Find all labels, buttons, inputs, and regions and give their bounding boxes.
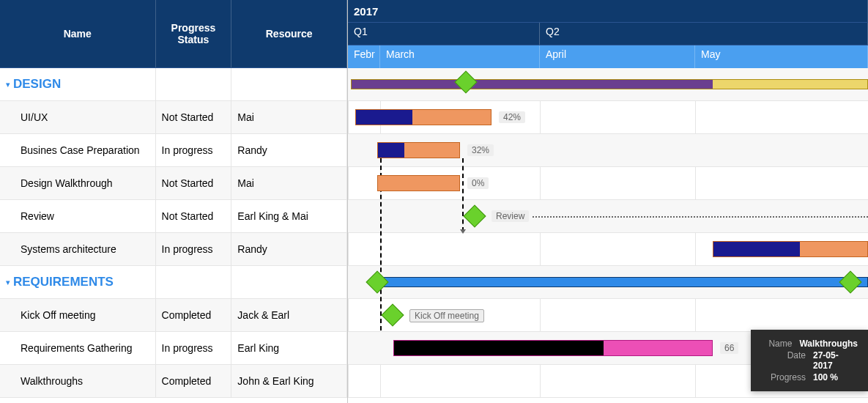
chart-row[interactable]: Review [348, 200, 868, 233]
expand-icon[interactable]: ▾ [6, 80, 10, 89]
name-cell: Review [0, 200, 156, 232]
milestone-diamond[interactable] [839, 270, 861, 293]
name-cell: ▾REQUIREMENTS [0, 266, 156, 298]
resource-cell [231, 266, 347, 298]
column-header-progress[interactable]: Progress Status [156, 0, 232, 67]
task-row[interactable]: Kick Off meetingCompletedJack & Earl [0, 299, 347, 332]
year-cell[interactable]: 2017 [348, 0, 868, 22]
summary-bar[interactable] [351, 79, 868, 89]
grid-header: Name Progress Status Resource [0, 0, 347, 68]
task-name: Walkthroughs [21, 375, 83, 387]
timeline-header-quarters: Q1Q2 [348, 23, 868, 45]
task-bar[interactable] [393, 340, 713, 356]
task-row[interactable]: Busines Case PreparationIn progressRandy [0, 134, 347, 167]
task-row[interactable]: Systems architectureIn progressRandy [0, 233, 347, 266]
name-cell: Busines Case Preparation [0, 134, 156, 166]
resource-cell: John & Earl King [231, 365, 347, 397]
month-cell[interactable]: May [695, 45, 868, 68]
resource-cell: Randy [231, 134, 347, 166]
name-cell: Design Walkthrough [0, 167, 156, 199]
month-cell[interactable]: Febr [348, 45, 380, 68]
milestone-diamond[interactable] [366, 270, 388, 293]
task-name: REQUIREMENTS [13, 275, 114, 289]
resource-cell: Mai [231, 167, 347, 199]
task-name: UI/UX [21, 111, 48, 123]
timeline-header-months: FebrMarchAprilMay [348, 45, 868, 68]
tooltip-value: 100 % [813, 372, 858, 382]
task-name: Requirements Gathering [21, 342, 133, 354]
progress-cell: In progress [156, 332, 232, 364]
task-name: Kick Off meeting [21, 309, 95, 321]
tooltip-label: Progress [761, 372, 806, 382]
task-row[interactable]: ReviewNot StartedEarl King & Mai [0, 200, 347, 233]
resource-cell: Randy [231, 233, 347, 265]
name-cell: Kick Off meeting [0, 299, 156, 331]
progress-cell: Not Started [156, 167, 232, 199]
task-name: DESIGN [13, 77, 61, 92]
task-row[interactable]: WalkthroughsCompletedJohn & Earl King [0, 365, 347, 398]
progress-cell: In progress [156, 233, 232, 265]
month-cell[interactable]: April [540, 45, 695, 68]
tooltip-value: 27-05-2017 [813, 350, 858, 371]
progress-cell: Completed [156, 365, 232, 397]
task-bar[interactable] [713, 241, 868, 257]
chart-row[interactable]: 42% [348, 101, 868, 134]
task-bar[interactable] [377, 142, 460, 158]
group-row[interactable]: ▾DESIGN [0, 68, 347, 101]
group-row[interactable]: ▾REQUIREMENTS [0, 266, 347, 299]
name-cell: UI/UX [0, 101, 156, 133]
resource-cell: Earl King & Mai [231, 200, 347, 232]
grid-pane: Name Progress Status Resource ▾DESIGNUI/… [0, 0, 348, 403]
chart-row[interactable] [348, 266, 868, 299]
progress-cell: Not Started [156, 200, 232, 232]
name-cell: Systems architecture [0, 233, 156, 265]
column-header-name[interactable]: Name [0, 0, 156, 67]
resource-cell: Earl King [231, 332, 347, 364]
progress-label: 0% [467, 177, 489, 189]
milestone-diamond[interactable] [454, 70, 477, 93]
task-row[interactable]: Design WalkthroughNot StartedMai [0, 167, 347, 200]
milestone-label: Kick Off meeting [409, 309, 484, 322]
task-tooltip: NameWalkthroughs Date27-05-2017 Progress… [751, 330, 868, 391]
chart-row[interactable]: 0% [348, 167, 868, 200]
chart-row[interactable]: Kick Off meeting [348, 299, 868, 332]
month-cell[interactable]: March [380, 45, 540, 68]
name-cell: Walkthroughs [0, 365, 156, 397]
resource-cell: Jack & Earl [231, 299, 347, 331]
milestone-diamond[interactable] [463, 204, 486, 227]
gantt-chart: Name Progress Status Resource ▾DESIGNUI/… [0, 0, 868, 403]
quarter-cell[interactable]: Q2 [540, 23, 868, 45]
chart-row[interactable] [348, 233, 868, 266]
resource-cell [231, 68, 347, 100]
tooltip-label: Name [761, 339, 792, 349]
task-name: Design Walkthrough [21, 177, 113, 189]
task-bar[interactable] [377, 175, 460, 191]
task-row[interactable]: UI/UXNot StartedMai [0, 101, 347, 134]
task-name: Review [21, 210, 54, 222]
milestone-label: Review [492, 210, 529, 222]
tooltip-label: Date [761, 350, 806, 371]
task-bar[interactable] [355, 109, 492, 125]
column-header-resource[interactable]: Resource [231, 0, 347, 67]
task-name: Busines Case Preparation [21, 144, 140, 156]
progress-cell [156, 266, 232, 298]
grid-body: ▾DESIGNUI/UXNot StartedMaiBusines Case P… [0, 68, 347, 398]
progress-cell [156, 68, 232, 100]
quarter-cell[interactable]: Q1 [348, 23, 540, 45]
progress-label: 32% [467, 144, 494, 156]
expand-icon[interactable]: ▾ [6, 278, 10, 287]
progress-cell: In progress [156, 134, 232, 166]
task-row[interactable]: Requirements GatheringIn progressEarl Ki… [0, 332, 347, 365]
summary-bar[interactable] [377, 277, 868, 287]
chart-row[interactable]: 32% [348, 134, 868, 167]
chart-row[interactable] [348, 68, 868, 101]
tooltip-value: Walkthroughs [799, 339, 858, 349]
resource-cell: Mai [231, 101, 347, 133]
milestone-diamond[interactable] [381, 303, 404, 326]
task-name: Systems architecture [21, 243, 116, 255]
name-cell: Requirements Gathering [0, 332, 156, 364]
progress-cell: Completed [156, 299, 232, 331]
progress-label: 42% [499, 111, 525, 123]
progress-label: 66 [720, 342, 738, 354]
name-cell: ▾DESIGN [0, 68, 156, 100]
